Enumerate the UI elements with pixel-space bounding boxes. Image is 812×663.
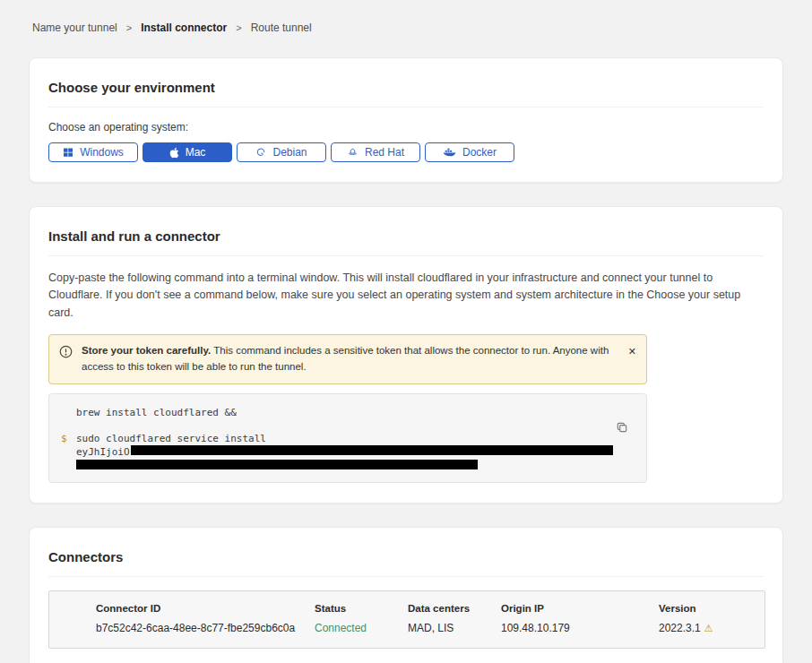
status-badge: Connected: [315, 622, 408, 634]
token-redaction-bar: [76, 460, 478, 469]
version-warning-icon: ⚠: [704, 623, 713, 633]
col-connector-id: Connector ID: [96, 603, 315, 614]
breadcrumb-install-connector[interactable]: Install connector: [141, 22, 227, 34]
token-redaction-bar: [131, 445, 613, 455]
breadcrumb: Name your tunnel > Install connector > R…: [29, 22, 783, 34]
breadcrumb-separator: >: [126, 22, 132, 33]
windows-logo-icon: [63, 147, 73, 158]
os-button-mac[interactable]: Mac: [143, 142, 232, 162]
origin-ip-value: 109.48.10.179: [501, 622, 659, 634]
prompt-spacer: [61, 459, 76, 469]
environment-card-title: Choose your environment: [48, 80, 764, 108]
connectors-card: Connectors Connector ID Status Data cent…: [29, 527, 783, 663]
install-command-codeblock: brew install cloudflared && $ sudo cloud…: [48, 393, 647, 483]
prompt-spacer: [61, 406, 76, 419]
connector-id-value: b7c52c42-6caa-48ee-8c77-fbe259cb6c0a: [96, 622, 315, 634]
redhat-logo-icon: [347, 147, 358, 158]
docker-logo-icon: [443, 147, 456, 158]
os-button-label: Mac: [186, 146, 206, 159]
os-button-debian[interactable]: Debian: [237, 142, 326, 162]
os-button-label: Debian: [272, 146, 307, 159]
os-select-label: Choose an operating system:: [48, 121, 764, 133]
os-button-group: Windows Mac Debian: [48, 142, 764, 162]
breadcrumb-separator: >: [236, 22, 241, 33]
install-description: Copy-paste the following command into a …: [48, 270, 764, 322]
breadcrumb-name-your-tunnel[interactable]: Name your tunnel: [32, 22, 117, 34]
os-button-redhat[interactable]: Red Hat: [331, 142, 420, 162]
copy-icon[interactable]: [616, 421, 628, 434]
tunnel-setup-page: Name your tunnel > Install connector > R…: [0, 0, 812, 663]
col-version: Version: [659, 603, 764, 614]
connectors-card-title: Connectors: [48, 549, 764, 577]
token-prefix: eyJhIjoiO: [76, 445, 130, 459]
version-value: 2022.3.1⚠: [659, 622, 764, 634]
breadcrumb-route-tunnel[interactable]: Route tunnel: [251, 22, 312, 34]
environment-card: Choose your environment Choose an operat…: [29, 57, 783, 183]
col-status: Status: [315, 603, 408, 614]
col-data-centers: Data centers: [408, 603, 501, 614]
install-connector-card: Install and run a connector Copy-paste t…: [29, 206, 783, 504]
table-header-row: Connector ID Status Data centers Origin …: [49, 603, 764, 614]
shell-prompt: $: [61, 432, 76, 445]
warning-title: Store your token carefully.: [82, 345, 211, 356]
info-circle-icon: [59, 345, 73, 358]
os-button-windows[interactable]: Windows: [48, 142, 138, 162]
os-button-label: Red Hat: [365, 146, 404, 159]
debian-logo-icon: [255, 147, 266, 158]
prompt-spacer: [61, 445, 76, 459]
col-origin-ip: Origin IP: [501, 603, 659, 614]
code-line-install: sudo cloudflared service install: [76, 432, 266, 445]
install-card-title: Install and run a connector: [48, 228, 764, 256]
table-row: b7c52c42-6caa-48ee-8c77-fbe259cb6c0a Con…: [49, 622, 764, 634]
apple-logo-icon: [169, 147, 179, 159]
code-line-brew: brew install cloudflared &&: [76, 406, 237, 419]
os-button-docker[interactable]: Docker: [425, 142, 514, 162]
data-centers-value: MAD, LIS: [408, 622, 501, 634]
close-icon[interactable]: ✕: [628, 347, 636, 357]
os-button-label: Docker: [462, 146, 497, 159]
connectors-table: Connector ID Status Data centers Origin …: [48, 590, 765, 649]
os-button-label: Windows: [80, 146, 124, 159]
token-warning-banner: Store your token carefully.This command …: [48, 334, 647, 384]
